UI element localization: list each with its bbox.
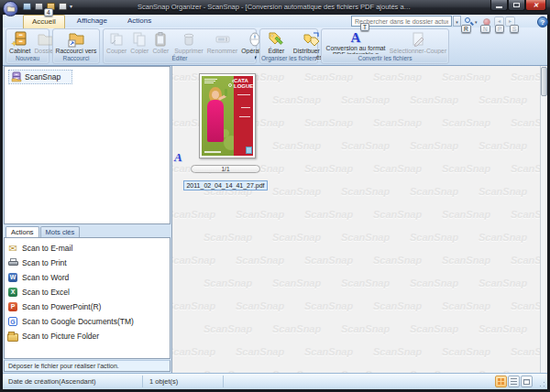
app-logo-icon: [6, 5, 16, 13]
editer-mots-cles-button[interactable]: Éditer Mots clés: [261, 30, 292, 54]
searchable-pdf-icon: A: [351, 31, 361, 45]
action-scan-to-powerpoint[interactable]: P Scan to PowerPoint(R): [7, 299, 170, 314]
keytip-search-box: T: [360, 23, 369, 31]
vertical-scrollbar[interactable]: [540, 66, 547, 373]
picture-folder-icon: [7, 331, 18, 342]
keytip-nav-1: N: [480, 25, 490, 33]
actions-list: ✉ Scan to E-mail Scan to Print W Scan to…: [4, 237, 170, 359]
action-scan-to-picture-folder[interactable]: Scan to Picture Folder: [7, 329, 170, 343]
close-icon: ✕: [534, 2, 539, 8]
group-label-organiser: Organiser les fichiers: [261, 54, 316, 62]
details-view-button[interactable]: [521, 376, 533, 387]
file-item[interactable]: CATA LOGUE A 1/1 2011_02_04_14_41_27.pdf: [172, 66, 279, 190]
coller-button[interactable]: Coller: [150, 30, 170, 54]
qat-document-button[interactable]: [58, 2, 68, 11]
tab-actions[interactable]: Actions: [119, 15, 160, 28]
tab-accueil[interactable]: Accueil: [23, 15, 65, 28]
file-thumbnail[interactable]: CATA LOGUE: [199, 73, 256, 158]
shortcut-folder-icon: [67, 31, 85, 48]
renommer-button[interactable]: Renommer: [205, 30, 240, 54]
group-label-raccourci: Raccourci: [54, 54, 98, 62]
object-count: 1 objet(s): [149, 374, 178, 389]
email-icon: ✉: [7, 243, 18, 254]
new-folder-icon: [36, 31, 54, 48]
action-scan-to-print[interactable]: Scan to Print: [7, 256, 170, 270]
details-view-icon: [523, 379, 530, 385]
group-convertir: A Conversion au format PDF indexable ▾ S…: [321, 28, 449, 64]
raccourci-dossier-button[interactable]: Raccourci vers le dossier ▾: [54, 30, 98, 54]
trash-icon: [181, 31, 197, 48]
resize-grip[interactable]: [537, 379, 545, 387]
keytip-nav-2: P: [495, 25, 504, 33]
qat-dropdown-button[interactable]: ▾: [70, 2, 72, 11]
drop-hint: Déposer le fichier pour réaliser l'actio…: [4, 360, 170, 372]
actions-panel-tabs: Actions Mots clés: [4, 226, 80, 237]
catalogue-cover: CATA LOGUE: [202, 76, 253, 156]
qat-print-button[interactable]: [34, 2, 44, 11]
searchable-pdf-marker: A: [174, 150, 182, 165]
app-window: ScanSnap Organizer - ScanSnap - [Convers…: [0, 0, 550, 392]
file-list-area[interactable]: ScanSnapScanSnapScanSnapScanSnapScanSnap…: [171, 66, 547, 373]
thumbnails-view-button[interactable]: [495, 376, 507, 387]
close-button[interactable]: ✕: [525, 0, 546, 11]
keytip-search-button: R: [461, 25, 471, 33]
status-bar: Date de création(Ascendant) 1 objet(s): [3, 373, 547, 389]
window-body: ScanSnap Actions Mots clés ✉ Scan to E-m…: [3, 66, 547, 373]
document-icon: [59, 3, 67, 10]
search-options-dropdown[interactable]: ▾: [475, 19, 478, 25]
action-scan-to-google-docs[interactable]: G Scan to Google Documents(TM): [7, 314, 170, 329]
word-icon: W: [7, 272, 18, 283]
window-title: ScanSnap Organizer - ScanSnap - [Convers…: [138, 1, 412, 13]
conversion-pdf-button[interactable]: A Conversion au format PDF indexable ▾: [323, 30, 389, 54]
tree-item-scansnap[interactable]: ScanSnap: [8, 70, 72, 84]
search-history-dropdown[interactable]: ▾: [453, 16, 461, 27]
action-scan-to-excel[interactable]: X Scan to Excel: [7, 285, 170, 299]
printer-icon: [35, 3, 43, 10]
group-label-nouveau: Nouveau: [7, 54, 48, 62]
rename-icon: [214, 31, 231, 48]
tab-affichage[interactable]: Affichage: [69, 15, 116, 28]
file-name[interactable]: 2011_02_04_14_41_27.pdf: [183, 180, 267, 191]
list-view-button[interactable]: [508, 376, 520, 387]
scrollbar-thumb[interactable]: [541, 67, 547, 96]
page-indicator: 1/1: [191, 165, 260, 173]
action-scan-to-word[interactable]: W Scan to Word: [7, 270, 170, 285]
select-cut-icon: [410, 31, 426, 48]
paste-icon: [152, 31, 169, 48]
tree-item-label: ScanSnap: [25, 72, 60, 82]
supprimer-button[interactable]: Supprimer: [172, 30, 204, 54]
tab-actions-panel[interactable]: Actions: [6, 226, 39, 237]
copy-icon: [131, 31, 148, 48]
group-editer: Couper Copier Coller Supprimer: [103, 28, 257, 64]
list-view-icon: [511, 378, 517, 385]
new-cabinet-icon: [11, 31, 29, 48]
tab-mots-cles-panel[interactable]: Mots clés: [40, 226, 81, 237]
google-docs-icon: G: [7, 316, 18, 327]
qat-scan-button[interactable]: [22, 2, 32, 11]
group-nouveau: Cabinet Dossier Nouveau: [6, 28, 50, 64]
help-icon[interactable]: ?: [537, 16, 548, 27]
keytip-nav-3: S: [510, 25, 519, 33]
selectionner-couper-button[interactable]: Sélectionner-Couper: [389, 30, 447, 54]
action-scan-to-email[interactable]: ✉ Scan to E-mail: [7, 241, 170, 256]
maximize-icon: [513, 3, 520, 7]
publisher-logo: [246, 147, 252, 154]
printer-icon: [7, 257, 18, 268]
status-separator: [142, 376, 143, 387]
minimize-icon: [496, 6, 502, 8]
couper-button[interactable]: Couper: [104, 30, 128, 54]
keytip-qat: 4: [44, 8, 53, 16]
cabinet-button[interactable]: Cabinet: [7, 30, 32, 54]
cabinet-icon: [11, 71, 22, 82]
group-label-convertir: Convertir les fichiers: [323, 54, 447, 62]
scanner-icon: [23, 3, 31, 10]
ribbon: Cabinet Dossier Nouveau Raccourci vers l…: [3, 27, 547, 66]
status-separator-2: [223, 376, 224, 387]
distribute-keywords-icon: [302, 31, 321, 48]
app-menu-button[interactable]: [3, 1, 18, 16]
thumbnails-view-icon: [498, 378, 504, 385]
cut-icon: [108, 31, 125, 48]
copier-button[interactable]: Copier: [128, 30, 150, 54]
maximize-button[interactable]: [508, 0, 525, 11]
minimize-button[interactable]: [490, 0, 508, 11]
